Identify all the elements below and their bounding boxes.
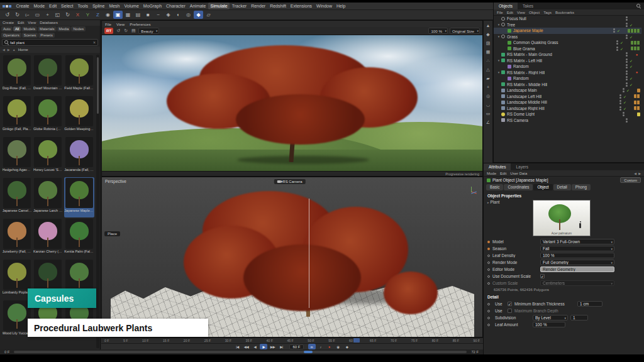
object-tags[interactable]: [637, 112, 640, 116]
enabled-check-icon[interactable]: ✓: [619, 47, 624, 51]
asset-menu-item[interactable]: Databases: [40, 19, 58, 26]
enabled-check-icon[interactable]: ✓: [619, 40, 624, 45]
asset-filter-tab[interactable]: Media: [57, 26, 71, 31]
asset-scrollbar[interactable]: [96, 55, 99, 348]
toolbar-icon[interactable]: ↺: [3, 11, 12, 19]
min-branch-checkbox[interactable]: ✓: [508, 302, 512, 306]
transport-button[interactable]: ◀◀: [242, 344, 250, 349]
object-name[interactable]: Focus Null: [507, 16, 526, 21]
asset-item[interactable]: Globe Robinia (Fall, P...: [33, 96, 63, 136]
object-row[interactable]: ▾ Grass ✓: [494, 34, 641, 40]
timeline-cursor[interactable]: [353, 338, 360, 343]
disabled-dot-icon[interactable]: ●: [635, 53, 639, 57]
mode-tool-icon[interactable]: △: [484, 66, 492, 73]
menu-item[interactable]: Volume: [122, 3, 141, 9]
visibility-dots[interactable]: [626, 70, 628, 75]
asset-filter-tab[interactable]: All: [13, 26, 21, 31]
object-row[interactable]: RS Dome Light: [494, 111, 641, 118]
menu-item[interactable]: Animate: [187, 3, 208, 9]
breadcrumb[interactable]: Home: [18, 48, 28, 52]
object-tags[interactable]: [634, 101, 640, 104]
season-dropdown[interactable]: Fall: [540, 246, 614, 251]
camera-hud-chip[interactable]: RS Camera: [274, 179, 305, 184]
object-name[interactable]: Landscape Right Hill: [507, 106, 545, 111]
toolbar-icon[interactable]: X: [73, 11, 82, 19]
panel-tab[interactable]: Attributes: [484, 163, 511, 170]
object-name[interactable]: Japanese Maple: [513, 28, 543, 33]
object-name[interactable]: Random: [513, 76, 529, 80]
mode-tool-icon[interactable]: +: [484, 84, 492, 90]
enabled-check-icon[interactable]: ✓: [629, 64, 633, 69]
asset-search[interactable]: ×: [2, 39, 98, 46]
attribute-mode-item[interactable]: Mode: [487, 172, 496, 175]
keyframe-dot[interactable]: [487, 275, 490, 278]
visibility-dots[interactable]: [616, 40, 618, 45]
search-input[interactable]: [10, 40, 92, 45]
enabled-check-icon[interactable]: ✓: [623, 106, 627, 111]
toolbar-icon[interactable]: ▻: [23, 11, 32, 19]
object-row[interactable]: Random ✓: [494, 63, 641, 70]
asset-item[interactable]: Japanese Camellia (Fa...: [2, 177, 32, 217]
asset-category-tab[interactable]: Operators: [1, 33, 21, 38]
menu-item[interactable]: Extensions: [288, 3, 314, 9]
object-tags[interactable]: [634, 106, 640, 110]
object-name[interactable]: RS Matrix - Left Hill: [507, 58, 542, 63]
object-row[interactable]: Japanese Maple ✓: [494, 28, 641, 34]
asset-item[interactable]: Kanzan Cherry (Fall, ...: [33, 218, 63, 258]
toolbar-icon[interactable]: ◈: [164, 11, 173, 19]
keyframe-dot[interactable]: [487, 255, 490, 257]
object-row[interactable]: Landscape Middle Hill ✓: [494, 99, 641, 106]
keyframe-dot[interactable]: [487, 324, 490, 326]
expand-icon[interactable]: ▾: [496, 35, 501, 38]
property-tab[interactable]: Basic: [486, 184, 503, 190]
object-name[interactable]: Grass: [507, 35, 518, 39]
visibility-dots[interactable]: [623, 112, 625, 116]
mode-tool-icon[interactable]: ∴: [484, 57, 492, 64]
visibility-dots[interactable]: [626, 76, 628, 80]
asset-menu-item[interactable]: View: [28, 19, 36, 26]
object-row[interactable]: RS Matrix - Middle Hill ✓: [494, 82, 641, 88]
enabled-check-icon[interactable]: ✓: [629, 23, 633, 27]
expand-icon[interactable]: ▾: [496, 58, 501, 62]
mode-tool-icon[interactable]: ◡: [484, 101, 492, 108]
object-name[interactable]: Landscape Left Hill: [507, 94, 541, 99]
asset-item[interactable]: Japanese Maple (Fall, ...: [64, 177, 94, 217]
attribute-mode-item[interactable]: Edit: [500, 172, 506, 175]
timeline-ruler[interactable]: 0 F5 F10 F15 F20 F25 F30 F35 F40 F45 F50…: [101, 337, 483, 343]
enabled-check-icon[interactable]: ✓: [629, 82, 633, 87]
viewport-label[interactable]: Perspective: [105, 179, 126, 184]
min-branch-field[interactable]: 1 cm: [577, 301, 602, 307]
object-name[interactable]: Tree: [507, 23, 515, 27]
object-menu-item[interactable]: File: [497, 11, 503, 14]
object-name[interactable]: RS Matrix - Right Hill: [507, 70, 545, 75]
menu-item[interactable]: Help: [334, 3, 347, 9]
visibility-dots[interactable]: [616, 47, 618, 51]
object-name[interactable]: Landscape Main: [507, 88, 537, 92]
visibility-dots[interactable]: [619, 100, 621, 104]
mode-tool-icon[interactable]: ▨: [484, 40, 492, 47]
object-tags[interactable]: [631, 41, 640, 45]
object-row[interactable]: Focus Null: [494, 16, 641, 22]
toolbar-icon[interactable]: ■: [143, 11, 153, 19]
visibility-dots[interactable]: [623, 88, 625, 92]
toolbar-icon[interactable]: ▱: [204, 11, 213, 19]
keyframe-dot[interactable]: [487, 317, 490, 319]
object-tags[interactable]: [637, 89, 640, 92]
object-name[interactable]: Random: [513, 64, 529, 69]
toolbar-icon[interactable]: ◆: [194, 11, 203, 19]
menu-item[interactable]: Select: [59, 3, 75, 9]
transport-button[interactable]: ▶▶: [269, 344, 276, 349]
expand-icon[interactable]: ▾: [496, 23, 501, 26]
menu-item[interactable]: Render: [249, 3, 268, 9]
property-tab[interactable]: Coordinates: [504, 184, 533, 190]
property-tab[interactable]: Object: [533, 184, 552, 190]
asset-filter-tab[interactable]: Models: [21, 26, 37, 31]
object-tags[interactable]: [628, 29, 640, 33]
visibility-dots[interactable]: [619, 106, 621, 111]
visibility-dots[interactable]: [626, 82, 628, 87]
object-name[interactable]: Common Quaking Grass: [513, 40, 558, 45]
object-row[interactable]: Blue Grama ✓: [494, 46, 641, 52]
keyframe-dot[interactable]: [487, 248, 490, 250]
object-name[interactable]: Landscape Middle Hill: [507, 100, 547, 104]
render-view-icon[interactable]: ↻: [123, 28, 129, 33]
